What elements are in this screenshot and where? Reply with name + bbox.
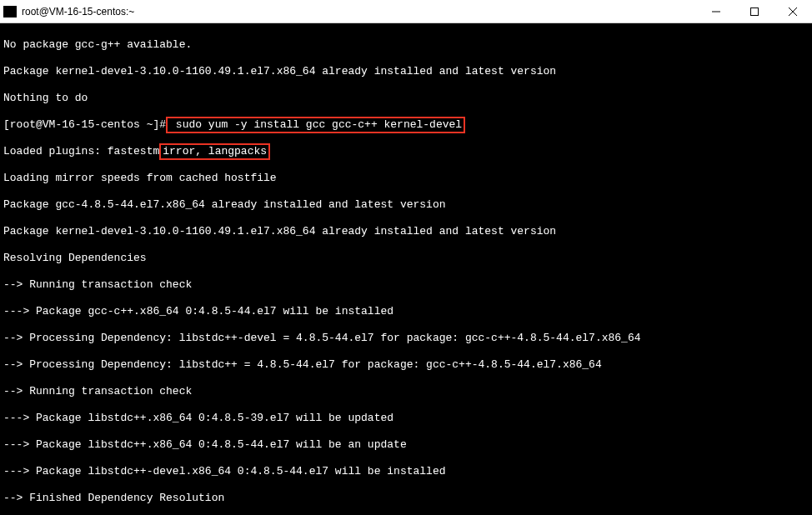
maximize-button[interactable] (735, 0, 774, 23)
output-line: Package kernel-devel-3.10.0-1160.49.1.el… (3, 65, 809, 78)
output-line: No package gcc-g++ available. (3, 38, 809, 52)
output-line: --> Finished Dependency Resolution (3, 492, 809, 505)
svg-rect-1 (751, 8, 759, 15)
highlighted-overlap: irror, langpacks (159, 143, 270, 160)
output-line: ---> Package libstdc++.x86_64 0:4.8.5-39… (3, 412, 809, 425)
output-line: Resolving Dependencies (3, 252, 809, 265)
titlebar-left: root@VM-16-15-centos:~ (0, 6, 134, 18)
output-line: --> Running transaction check (3, 278, 809, 292)
output-line: ---> Package libstdc++.x86_64 0:4.8.5-44… (3, 438, 809, 452)
output-line: Loading mirror speeds from cached hostfi… (3, 172, 809, 185)
minimize-button[interactable] (697, 0, 735, 23)
output-line: --> Processing Dependency: libstdc++ = 4… (3, 358, 809, 372)
output-line: --> Processing Dependency: libstdc++-dev… (3, 332, 809, 345)
output-line: Package gcc-4.8.5-44.el7.x86_64 already … (3, 198, 809, 212)
maximize-icon (750, 8, 759, 16)
window-controls (697, 0, 812, 23)
close-button[interactable] (774, 0, 812, 23)
close-icon (789, 8, 797, 16)
output-line: Nothing to do (3, 92, 809, 105)
output-line: Package kernel-devel-3.10.0-1160.49.1.el… (3, 225, 809, 238)
minimize-icon (712, 8, 720, 16)
window-title: root@VM-16-15-centos:~ (22, 6, 134, 18)
window-titlebar: root@VM-16-15-centos:~ (0, 0, 812, 23)
terminal-output[interactable]: No package gcc-g++ available. Package ke… (0, 23, 812, 515)
prompt-line: [root@VM-16-15-centos ~]# sudo yum -y in… (3, 118, 809, 132)
shell-prompt: [root@VM-16-15-centos ~]# (3, 118, 166, 131)
output-line: ---> Package gcc-c++.x86_64 0:4.8.5-44.e… (3, 305, 809, 318)
terminal-icon (3, 6, 17, 18)
output-line: ---> Package libstdc++-devel.x86_64 0:4.… (3, 465, 809, 478)
output-line: --> Running transaction check (3, 385, 809, 398)
highlighted-command: sudo yum -y install gcc gcc-c++ kernel-d… (166, 117, 465, 133)
output-line: Loaded plugins: fastestmirror, langpacks (3, 145, 809, 158)
